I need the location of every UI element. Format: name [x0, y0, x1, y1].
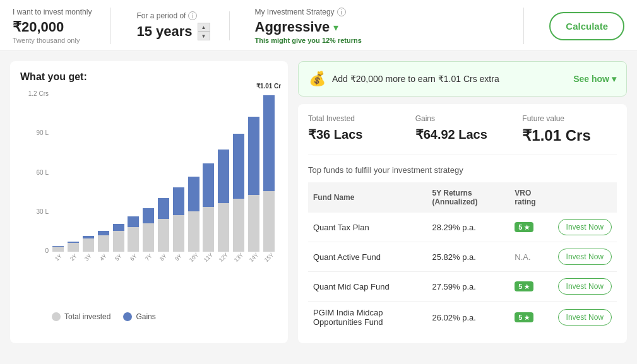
invest-section: I want to invest monthly ₹20,000 Twenty … — [13, 8, 111, 44]
period-control: 15 years ▲ ▼ — [136, 23, 210, 40]
bar-x-label: 6Y — [129, 253, 138, 262]
fund-returns-cell: 27.59% p.a. — [427, 272, 509, 302]
y-axis: 0 30 L 60 L 90 L 1.2 Crs — [20, 90, 49, 254]
promo-banner: 💰 Add ₹20,000 more to earn ₹1.01 Crs ext… — [298, 61, 627, 97]
legend-invested-dot — [52, 312, 61, 321]
bar-invested-segment — [263, 191, 275, 252]
bar-stack — [158, 198, 169, 252]
bar-group-14y: 14Y — [247, 117, 260, 261]
bar-x-label: 14Y — [248, 252, 259, 263]
strategy-select[interactable]: Aggressive ▾ — [255, 19, 505, 35]
period-section: For a period of i 15 years ▲ ▼ — [136, 11, 229, 40]
bar-gains-segment — [218, 150, 229, 203]
chart-title: What you get: — [20, 71, 278, 83]
fund-action-cell: Invest Now — [553, 302, 617, 334]
fund-returns-cell: 26.02% p.a. — [427, 302, 509, 334]
bar-stack — [128, 216, 139, 252]
strategy-chevron-icon[interactable]: ▾ — [333, 21, 338, 33]
funds-title: Top funds to fulfill your investment str… — [308, 165, 617, 175]
invest-now-button[interactable]: Invest Now — [558, 278, 612, 295]
period-spinner: ▲ ▼ — [198, 23, 210, 40]
vro-badge: 5 ★ — [515, 312, 533, 322]
period-increase-btn[interactable]: ▲ — [198, 23, 210, 32]
fund-name-cell: PGIM India Midcap Opportunities Fund — [308, 302, 427, 334]
bar-stack — [263, 95, 275, 252]
fund-name-cell: Quant Tax Plan — [308, 213, 427, 242]
y-label-0: 0 — [20, 247, 49, 254]
bar-gains-segment — [248, 117, 259, 195]
y-label-120: 1.2 Crs — [20, 90, 49, 97]
chart-area-wrapper: 0 30 L 60 L 90 L 1.2 Crs 1Y2Y3Y4Y5Y6Y7Y8… — [20, 90, 278, 279]
table-row: PGIM India Midcap Opportunities Fund26.0… — [308, 302, 617, 334]
bar-gains-segment — [188, 177, 199, 211]
legend-gains: Gains — [123, 312, 155, 321]
bar-group-12y: 12Y — [217, 150, 230, 261]
bar-stack — [143, 208, 154, 252]
col-fund-name: Fund Name — [308, 182, 427, 213]
bar-stack — [173, 187, 184, 252]
bar-stack — [203, 163, 214, 252]
fund-action-cell: Invest Now — [553, 242, 617, 272]
bar-invested-segment — [113, 231, 124, 252]
bar-group-11y: 11Y — [202, 163, 215, 261]
bar-stack — [113, 224, 124, 252]
stat-invested-label: Total Invested — [308, 114, 403, 123]
stats-row: Total Invested ₹36 Lacs Gains ₹64.92 Lac… — [308, 114, 617, 155]
invest-now-button[interactable]: Invest Now — [558, 219, 612, 235]
see-how-chevron-icon: ▾ — [612, 74, 616, 84]
see-how-btn[interactable]: See how ▾ — [573, 74, 616, 84]
strategy-label: My Investment Strategy i — [255, 8, 505, 16]
chart-container: 0 30 L 60 L 90 L 1.2 Crs 1Y2Y3Y4Y5Y6Y7Y8… — [20, 90, 278, 305]
stat-gains-label: Gains — [415, 114, 510, 123]
bar-gains-segment — [143, 208, 154, 223]
stat-invested: Total Invested ₹36 Lacs — [308, 114, 403, 144]
period-decrease-btn[interactable]: ▼ — [198, 32, 210, 40]
fund-name-cell: Quant Mid Cap Fund — [308, 272, 427, 302]
vro-badge: 5 ★ — [515, 222, 533, 232]
bar-stack — [68, 242, 79, 252]
bar-x-label: 13Y — [233, 252, 244, 263]
invest-now-button[interactable]: Invest Now — [558, 249, 612, 265]
bar-group-6y: 6Y — [127, 216, 140, 261]
promo-icon: 💰 — [309, 71, 326, 87]
table-row: Quant Active Fund25.82% p.a.N.A.Invest N… — [308, 242, 617, 272]
invest-label: I want to invest monthly — [13, 8, 92, 16]
invest-sub: Twenty thousand only — [13, 37, 92, 44]
bar-x-label: 3Y — [84, 253, 93, 262]
promo-text: 💰 Add ₹20,000 more to earn ₹1.01 Crs ext… — [309, 71, 499, 87]
bar-group-8y: 8Y — [157, 198, 170, 261]
strategy-info-icon[interactable]: i — [337, 8, 346, 16]
bar-gains-segment — [173, 187, 184, 214]
stat-future-label: Future value — [522, 114, 617, 123]
bar-group-9y: 9Y — [172, 187, 185, 261]
stat-future-value: ₹1.01 Crs — [522, 127, 617, 144]
invest-value: ₹20,000 — [13, 19, 92, 35]
right-panel: 💰 Add ₹20,000 more to earn ₹1.01 Crs ext… — [298, 61, 627, 343]
legend-gains-dot — [123, 312, 132, 321]
fund-vro-cell: 5 ★ — [509, 302, 552, 334]
bar-gains-segment — [98, 231, 109, 235]
bar-invested-segment — [218, 203, 229, 252]
bar-invested-segment — [158, 219, 169, 252]
bar-x-label: 7Y — [144, 253, 153, 262]
bar-stack — [218, 150, 229, 252]
bar-stack — [52, 246, 64, 252]
bar-annotation: ₹1.01 Cr — [256, 83, 281, 90]
calculate-button[interactable]: Calculate — [549, 12, 624, 40]
bar-group-5y: 5Y — [112, 224, 125, 261]
vro-na: N.A. — [515, 252, 530, 262]
period-info-icon[interactable]: i — [188, 11, 197, 20]
col-vro: VRO rating — [509, 182, 552, 213]
invest-now-button[interactable]: Invest Now — [558, 309, 612, 326]
bar-group-4y: 4Y — [97, 231, 110, 261]
y-label-60: 60 L — [20, 169, 49, 176]
strategy-sub: This might give you 12% returns — [255, 37, 505, 44]
bars-area: 1Y2Y3Y4Y5Y6Y7Y8Y9Y10Y11Y12Y13Y14Y₹1.01 C… — [52, 90, 275, 261]
bar-invested-segment — [68, 243, 79, 252]
y-label-90: 90 L — [20, 129, 49, 136]
bar-gains-segment — [233, 134, 244, 199]
bar-invested-segment — [128, 227, 139, 252]
bar-x-label: 5Y — [114, 253, 123, 262]
bar-invested-segment — [173, 215, 184, 252]
bar-gains-segment — [158, 198, 169, 219]
